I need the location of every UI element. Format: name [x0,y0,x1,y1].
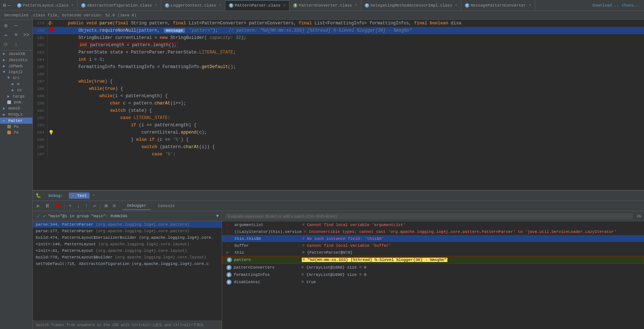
sidebar-item-10[interactable]: ▶MYSQLX [0,111,32,118]
code-content-196[interactable]: switch (pattern.charAt(i)) { [55,143,644,151]
code-view[interactable]: 179@❤ public void parse(final String pat… [33,20,644,190]
tab-label-3: PatternParser.class [235,3,280,8]
test-tab-close[interactable]: × [92,194,95,198]
tab-close-4[interactable]: × [355,3,357,7]
tab-close-2[interactable]: × [219,3,221,7]
step-over-btn[interactable]: ↷ [67,202,72,209]
code-content-194[interactable]: currentLiteral.append(c); [55,129,644,136]
test-tab[interactable]: ▶ Test [69,193,90,199]
step-into-btn[interactable]: ↓ [76,203,81,209]
tab-4[interactable]: IPatternConverter.class× [289,0,361,11]
stack-frame-4[interactable]: <init>:61, PatternLayout (org.apache.log… [33,247,222,254]
gutter-191 [47,107,55,114]
tab-close-6[interactable]: × [529,3,531,7]
debug-tab-label[interactable]: Debug: [44,192,67,199]
sidebar-item-2[interactable]: ▶JSPWeb [0,63,32,69]
watch-value-0: = Cannot find local variable 'argumentLi… [302,223,406,227]
folder-icon-1: ▶ [3,58,5,62]
sidebar-item-1[interactable]: ▶JbossStu [0,57,32,63]
watch-input[interactable] [225,213,633,219]
toolbar-btn-4[interactable]: ≡ [12,31,20,39]
stack-frame-5[interactable]: build:770, PatternLayout$Builder (org.ap… [33,254,222,261]
debugger-tab[interactable]: Debugger [123,202,151,210]
stack-frame-0[interactable]: parse:344, PatternParser (org.apache.log… [33,221,222,228]
sidebar-item-11[interactable]: ▶Patter [0,118,32,124]
tab-2[interactable]: CLoggerContext.class× [161,0,225,11]
sidebar-item-3[interactable]: ▼log4j2 [0,69,32,75]
sidebar-item-12[interactable]: Pa [0,124,32,130]
tab-close-0[interactable]: × [71,3,74,7]
code-content-189[interactable]: while(i < patternLength) { [55,92,644,100]
code-content-186[interactable] [55,71,644,78]
code-content-181[interactable]: StringBuilder currentLiteral = new Strin… [55,34,644,41]
tab-6[interactable]: CMessagePatternConverter× [461,0,535,11]
download-link[interactable]: Download... [593,3,619,8]
watch-name-7: formattingInfos [234,273,299,277]
code-content-190[interactable]: char c = pattern.charAt(i++); [55,100,644,107]
code-content-192[interactable]: case LITERAL_STATE: [55,114,644,122]
watch-item-2[interactable]: ⊘this.this$0= No such instance field: 't… [222,235,644,242]
code-content-183[interactable]: ParserState state = PatternParser.Parser… [55,49,644,56]
tab-close-5[interactable]: × [455,3,457,7]
step-out-btn[interactable]: ↑ [84,203,89,209]
code-content-197[interactable]: case '%': [55,151,644,158]
tab-0[interactable]: CPatternLayout.class× [13,0,78,11]
watch-item-0[interactable]: ⊘argumentList= Cannot find local variabl… [222,221,644,228]
tab-3[interactable]: CPatternParser.class× [225,0,289,11]
pause-btn[interactable]: ⏸ [44,203,51,209]
sidebar-item-4[interactable]: ▼src [0,75,32,81]
watch-item-4[interactable]: ▷this= {PatternParser@978} [222,249,644,256]
watch-item-5[interactable]: ppattern= "%d{HH:mm:ss.SSS} [%thread] %-… [222,256,644,264]
stack-frame-1[interactable]: parse:177, PatternParser (org.apache.log… [33,228,222,234]
sidebar-item-0[interactable]: ▶JavaXXB [0,51,32,57]
gutter-181 [47,34,55,41]
settings-icon[interactable]: ⚙ [3,2,6,8]
stack-frame-3[interactable]: <init>:140, PatternLayout (org.apache.lo… [33,241,222,247]
frames-btn[interactable]: ⊞ [103,202,108,209]
sidebar-item-9[interactable]: ▶memsh [0,105,32,111]
watch-item-3[interactable]: ⊘buffer= Cannot find local variable 'buf… [222,242,644,249]
watch-item-7[interactable]: pformattingInfos= {ArrayList@1090} size … [222,271,644,278]
toolbar-btn-6[interactable]: ⟳ [1,40,10,49]
minus-icon[interactable]: — [7,3,10,8]
sidebar-item-6[interactable]: ▶te [0,87,32,93]
threads-btn[interactable]: ≡ [112,203,117,209]
toolbar-btn-3[interactable]: ⇔ [1,31,10,39]
code-content-179[interactable]: public void parse(final String pattern, … [55,20,644,27]
stack-frame-2[interactable]: build:474, PatternLayout$SerializerBuild… [33,234,222,241]
watch-item-8[interactable]: pdisableAnsi= true [222,278,644,286]
watch-item-1[interactable]: ⊘((LazyIterator)this).service= Inconvert… [222,228,644,235]
console-tab[interactable]: Console [154,202,179,210]
tab-1[interactable]: CAbstractConfiguration.class× [78,0,161,11]
stack-frame-6[interactable]: setToDefault:715, AbstractConfiguration … [33,261,222,267]
watch-item-6[interactable]: ppatternConverters= {ArrayList@1089} siz… [222,264,644,271]
code-content-195[interactable]: } else if (c == '%') { [55,136,644,143]
filter-icon[interactable]: ▼ [216,214,219,219]
code-content-182[interactable]: int patternLength = pattern.length(); [55,41,644,49]
line-num-185: 185 [33,63,47,71]
toolbar-btn-2[interactable]: — [12,21,20,30]
line-num-196: 196 [33,143,47,151]
sidebar-item-13[interactable]: Pa [0,130,32,135]
toolbar-btn-1[interactable]: ⚙ [1,21,10,30]
stop-btn[interactable]: ⏹ [54,203,61,209]
choose-link[interactable]: Choos... [622,3,641,8]
sidebar-item-7[interactable]: ▶targe [0,93,32,99]
run-to-cursor-btn[interactable]: ↩ [92,202,97,209]
tab-close-3[interactable]: × [283,4,285,8]
code-content-187[interactable]: while(true) { [55,78,644,85]
sidebar-item-5[interactable]: ▶m [0,81,32,87]
tab-5[interactable]: CDelegatingMethodAccessorImpl.class× [361,0,461,11]
resume-btn[interactable]: ▶ [36,202,41,209]
code-content-193[interactable]: if (i == patternLength) { [55,122,644,129]
toolbar-btn-5[interactable]: >> [22,31,31,39]
code-content-191[interactable]: switch (state) { [55,107,644,114]
code-content-180[interactable]: Objects.requireNonNull(pattern, message … [55,27,644,34]
code-line-186: 186 [33,71,644,78]
code-content-188[interactable]: while(true) { [55,85,644,92]
sidebar-item-8[interactable]: pom. [0,99,32,105]
toolbar-btn-7[interactable]: ↕ [12,40,20,49]
tab-close-1[interactable]: × [155,3,157,7]
code-content-185[interactable]: FormattingInfo formattingInfo = Formatti… [55,63,644,71]
code-content-184[interactable]: int i = 0; [55,56,644,63]
